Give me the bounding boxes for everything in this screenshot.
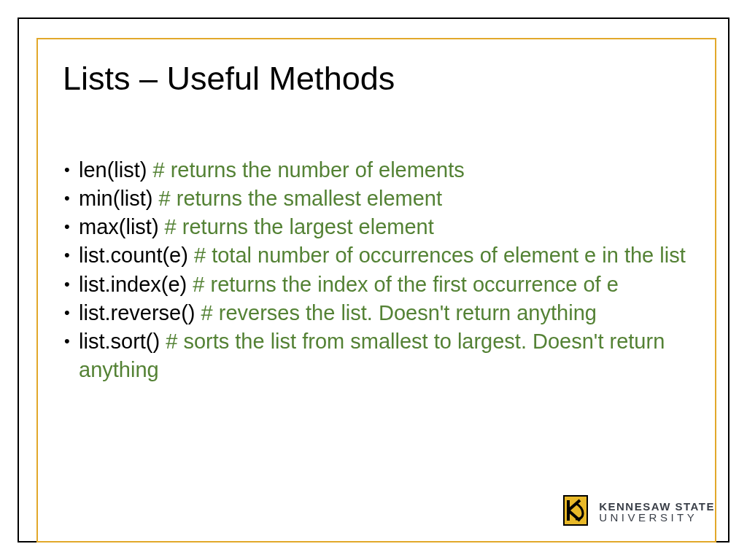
method-comment: # returns the largest element: [165, 215, 434, 238]
method-comment: # returns the index of the first occurre…: [193, 273, 619, 296]
method-comment: # sorts the list from smallest to larges…: [79, 330, 665, 381]
list-item: list.sort() # sorts the list from smalle…: [63, 327, 697, 384]
university-logo: KENNESAW STATE UNIVERSITY: [558, 493, 715, 531]
logo-line1: KENNESAW STATE: [599, 501, 715, 512]
method-name: min(list): [79, 187, 159, 210]
list-item: max(list) # returns the largest element: [63, 213, 697, 241]
method-comment: # returns the number of elements: [153, 158, 465, 182]
list-item: len(list) # returns the number of elemen…: [63, 156, 697, 184]
method-name: list.reverse(): [79, 301, 201, 324]
list-item: list.reverse() # reverses the list. Does…: [63, 299, 697, 327]
method-name: len(list): [79, 158, 153, 182]
method-comment: # reverses the list. Doesn't return anyt…: [201, 301, 597, 324]
method-comment: # total number of occurrences of element…: [194, 244, 686, 267]
ks-mark-icon: [558, 493, 593, 531]
slide-title: Lists – Useful Methods: [63, 60, 395, 98]
logo-line2: UNIVERSITY: [599, 512, 715, 523]
method-comment: # returns the smallest element: [159, 187, 442, 210]
list-item: list.count(e) # total number of occurren…: [63, 241, 697, 270]
list-item: min(list) # returns the smallest element: [63, 184, 697, 213]
list-item: list.index(e) # returns the index of the…: [63, 271, 697, 299]
method-list: len(list) # returns the number of elemen…: [63, 156, 697, 384]
method-name: list.index(e): [79, 273, 193, 296]
method-name: list.count(e): [79, 244, 194, 267]
method-name: max(list): [79, 215, 165, 238]
method-name: list.sort(): [79, 330, 166, 353]
logo-text: KENNESAW STATE UNIVERSITY: [599, 501, 715, 523]
slide-content: len(list) # returns the number of elemen…: [63, 156, 697, 384]
